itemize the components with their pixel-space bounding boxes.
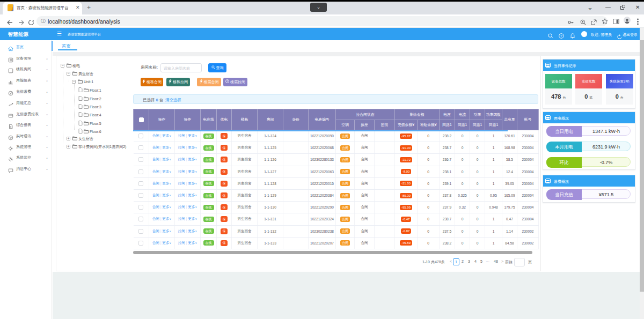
svg-text:?: ? bbox=[560, 34, 562, 38]
